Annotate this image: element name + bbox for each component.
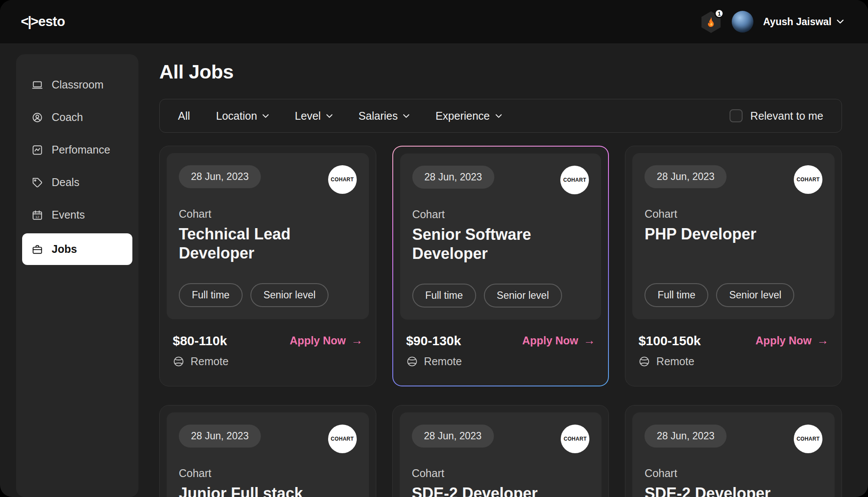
job-tag: Full time — [644, 283, 708, 307]
filter-salaries-dropdown[interactable]: Salaries — [358, 110, 409, 122]
job-date-pill: 28 Jun, 2023 — [179, 165, 261, 188]
sidebar-item-classroom[interactable]: Classroom — [22, 71, 132, 99]
job-tags: Full time Senior level — [644, 283, 822, 307]
sidebar-item-label: Events — [52, 209, 85, 221]
sidebar-item-jobs[interactable]: Jobs — [22, 233, 132, 265]
job-card[interactable]: 28 Jun, 2023 COHART Cohart Technical Lea… — [159, 146, 376, 386]
job-salary: $80-110k — [173, 334, 227, 348]
chevron-down-icon — [263, 114, 269, 118]
sidebar-item-label: Jobs — [52, 243, 77, 255]
job-salary: $100-150k — [638, 334, 700, 348]
job-card[interactable]: 28 Jun, 2023 COHART Cohart Junior Full s… — [159, 405, 376, 497]
calendar-icon: 12 — [32, 209, 43, 221]
job-card-inner: 28 Jun, 2023 COHART Cohart SDE-2 Develop… — [632, 412, 835, 497]
pesto-logo-glyph: <|> — [21, 14, 38, 29]
job-card[interactable]: 28 Jun, 2023 COHART Cohart PHP Developer… — [625, 146, 842, 386]
job-card[interactable]: 28 Jun, 2023 COHART Cohart SDE-2 Develop… — [392, 405, 609, 497]
user-menu[interactable]: Ayush Jaiswal — [763, 16, 844, 28]
job-title: SDE-2 Developer — [412, 484, 590, 497]
job-tag: Full time — [179, 283, 243, 307]
job-card-inner: 28 Jun, 2023 COHART Cohart Senior Softwa… — [400, 154, 602, 320]
sidebar-item-label: Perfomance — [52, 144, 110, 156]
cohart-logo-icon: COHART — [328, 425, 357, 453]
relevant-label: Relevant to me — [750, 110, 823, 122]
briefcase-icon — [32, 244, 43, 255]
job-tag: Full time — [412, 284, 476, 307]
globe-icon — [406, 356, 418, 367]
filter-level-label: Level — [295, 110, 321, 122]
sidebar-item-coach[interactable]: Coach — [22, 103, 132, 131]
apply-now-link[interactable]: Apply Now → — [289, 334, 362, 347]
job-card-inner: 28 Jun, 2023 COHART Cohart SDE-2 Develop… — [400, 412, 602, 497]
relevant-to-me-toggle[interactable]: Relevant to me — [730, 109, 823, 122]
job-card-footer: $80-110k Apply Now → Remote — [167, 319, 369, 379]
chevron-down-icon — [496, 114, 502, 118]
sidebar-item-performance[interactable]: Perfomance — [22, 136, 132, 164]
chevron-down-icon — [837, 20, 844, 24]
job-tags: Full time Senior level — [412, 284, 589, 307]
page-title: All Jobs — [159, 61, 842, 83]
relevant-checkbox[interactable] — [730, 109, 743, 122]
job-location: Remote — [656, 355, 694, 368]
job-card[interactable]: 28 Jun, 2023 COHART Cohart Senior Softwa… — [392, 146, 609, 386]
filter-bar: All Location Level Salaries Experience — [159, 99, 842, 133]
pesto-logo[interactable]: <|>esto — [21, 14, 65, 29]
cohart-logo-icon: COHART — [328, 165, 357, 194]
sidebar: Classroom Coach Perfomance Deals — [16, 54, 138, 497]
arrow-right-icon: → — [817, 334, 829, 347]
job-date-pill: 28 Jun, 2023 — [644, 425, 727, 448]
sidebar-item-events[interactable]: 12 Events — [22, 201, 132, 229]
sidebar-item-label: Classroom — [52, 78, 103, 91]
filter-experience-dropdown[interactable]: Experience — [435, 110, 501, 122]
top-bar: <|>esto 1 Ayush Jaiswal — [0, 0, 868, 43]
filter-salaries-label: Salaries — [358, 110, 398, 122]
apply-now-label: Apply Now — [522, 334, 578, 347]
job-salary: $90-130k — [406, 334, 461, 348]
job-date-pill: 28 Jun, 2023 — [412, 425, 494, 448]
cohart-logo-icon: COHART — [561, 425, 589, 453]
apply-now-link[interactable]: Apply Now → — [522, 334, 595, 347]
sidebar-item-label: Coach — [52, 111, 83, 124]
job-title: SDE-2 Developer — [644, 484, 822, 497]
company-name: Cohart — [412, 467, 590, 480]
streak-badge[interactable]: 1 — [700, 10, 722, 33]
filter-location-dropdown[interactable]: Location — [216, 110, 269, 122]
job-location: Remote — [424, 355, 462, 368]
job-card-inner: 28 Jun, 2023 COHART Cohart Technical Lea… — [167, 153, 369, 319]
company-name: Cohart — [179, 467, 357, 480]
company-name: Cohart — [412, 208, 589, 221]
job-title: Technical Lead Developer — [179, 225, 357, 263]
job-card-inner: 28 Jun, 2023 COHART Cohart PHP Developer… — [632, 153, 835, 319]
cohart-logo-icon: COHART — [794, 425, 822, 453]
job-title: PHP Developer — [644, 225, 822, 244]
job-card[interactable]: 28 Jun, 2023 COHART Cohart SDE-2 Develop… — [625, 405, 842, 497]
job-card-footer: $100-150k Apply Now → Remote — [632, 319, 835, 379]
user-name: Ayush Jaiswal — [763, 16, 832, 28]
sidebar-item-label: Deals — [52, 176, 79, 189]
job-title: Junior Full stack — [179, 484, 357, 497]
pesto-logo-text: esto — [38, 14, 65, 29]
filter-all-button[interactable]: All — [178, 110, 190, 122]
chevron-down-icon — [326, 114, 332, 118]
arrow-right-icon: → — [351, 334, 363, 347]
job-tags: Full time Senior level — [179, 283, 357, 307]
cohart-logo-icon: COHART — [794, 165, 822, 194]
svg-text:12: 12 — [35, 215, 39, 219]
sidebar-item-deals[interactable]: Deals — [22, 168, 132, 196]
globe-icon — [638, 356, 650, 367]
globe-icon — [173, 356, 184, 367]
company-name: Cohart — [179, 208, 357, 220]
page-body: Classroom Coach Perfomance Deals — [0, 43, 868, 497]
header-right: 1 Ayush Jaiswal — [700, 10, 844, 33]
filter-experience-label: Experience — [435, 110, 490, 122]
cohart-logo-icon: COHART — [560, 166, 589, 194]
apply-now-link[interactable]: Apply Now → — [756, 334, 829, 347]
filter-level-dropdown[interactable]: Level — [295, 110, 332, 122]
user-avatar[interactable] — [732, 11, 753, 33]
job-title: Senior Software Developer — [412, 225, 589, 263]
main-content: All Jobs All Location Level Salaries — [138, 43, 868, 497]
job-tag: Senior level — [250, 283, 329, 307]
filter-location-label: Location — [216, 110, 257, 122]
job-card-inner: 28 Jun, 2023 COHART Cohart Junior Full s… — [167, 412, 369, 497]
chart-icon — [32, 144, 43, 156]
